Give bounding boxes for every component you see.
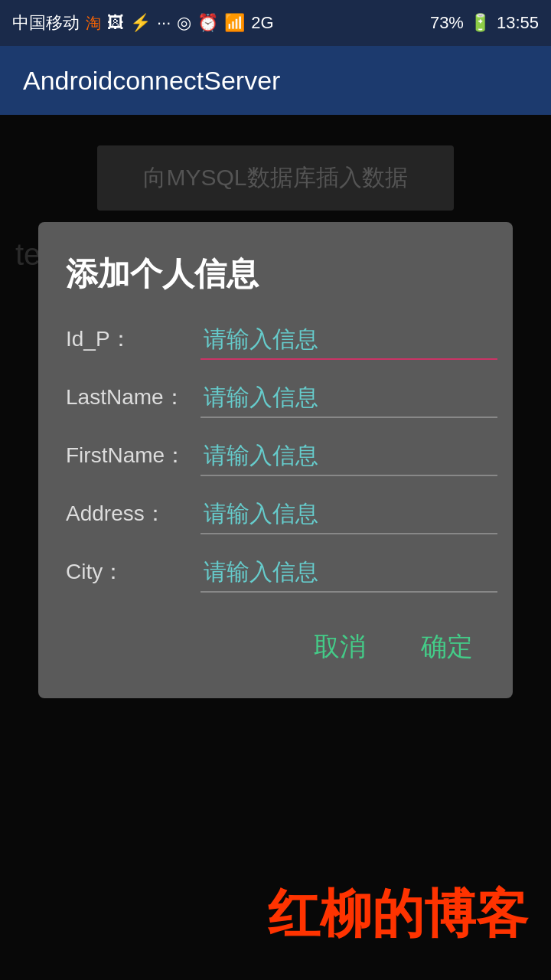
form-row-city: City： — [66, 556, 485, 593]
usb-icon: ⚡ — [130, 13, 151, 33]
battery-icon: 🔋 — [470, 13, 491, 33]
watermark-text: 红柳的博客 — [268, 880, 528, 949]
label-address: Address： — [66, 499, 188, 534]
form-row-lastname: LastName： — [66, 381, 485, 418]
dialog-overlay: 添加个人信息 Id_P： LastName： FirstName： Addres… — [0, 115, 551, 980]
app-title: AndroidconnectServer — [23, 66, 280, 96]
img-icon: 🖼 — [107, 13, 124, 33]
input-lastname[interactable] — [201, 381, 497, 418]
carrier-text: 中国移动 — [12, 11, 80, 34]
form-row-address: Address： — [66, 498, 485, 534]
input-idp[interactable] — [201, 323, 497, 360]
cancel-button[interactable]: 取消 — [302, 623, 378, 671]
form-row-firstname: FirstName： — [66, 439, 485, 476]
status-left: 中国移动 淘 🖼 ⚡ ··· ◎ ⏰ 📶 2G — [12, 11, 274, 34]
input-city[interactable] — [201, 556, 497, 593]
dialog-title: 添加个人信息 — [66, 253, 485, 296]
background-content: 向MYSQL数据库插入数据 te 添加个人信息 Id_P： LastName： … — [0, 115, 551, 980]
confirm-button[interactable]: 确定 — [409, 623, 485, 671]
input-address[interactable] — [201, 498, 497, 534]
title-bar: AndroidconnectServer — [0, 46, 551, 115]
label-city: City： — [66, 557, 188, 593]
add-info-dialog: 添加个人信息 Id_P： LastName： FirstName： Addres… — [38, 222, 513, 698]
label-lastname: LastName： — [66, 383, 188, 418]
label-idp: Id_P： — [66, 325, 188, 360]
status-bar: 中国移动 淘 🖼 ⚡ ··· ◎ ⏰ 📶 2G 73% 🔋 13:55 — [0, 0, 551, 46]
status-right: 73% 🔋 13:55 — [430, 13, 539, 33]
more-icon: ··· — [157, 13, 171, 33]
time-text: 13:55 — [497, 13, 539, 33]
alarm-icon: ⏰ — [197, 13, 218, 33]
vpn-icon: ◎ — [177, 13, 191, 33]
battery-text: 73% — [430, 13, 464, 33]
dialog-buttons: 取消 确定 — [66, 623, 485, 671]
wifi-icon: 📶 — [224, 13, 245, 33]
form-row-idp: Id_P： — [66, 323, 485, 360]
input-firstname[interactable] — [201, 439, 497, 476]
signal-text: 2G — [251, 13, 273, 33]
taobao-icon: 淘 — [86, 13, 101, 34]
label-firstname: FirstName： — [66, 441, 188, 476]
